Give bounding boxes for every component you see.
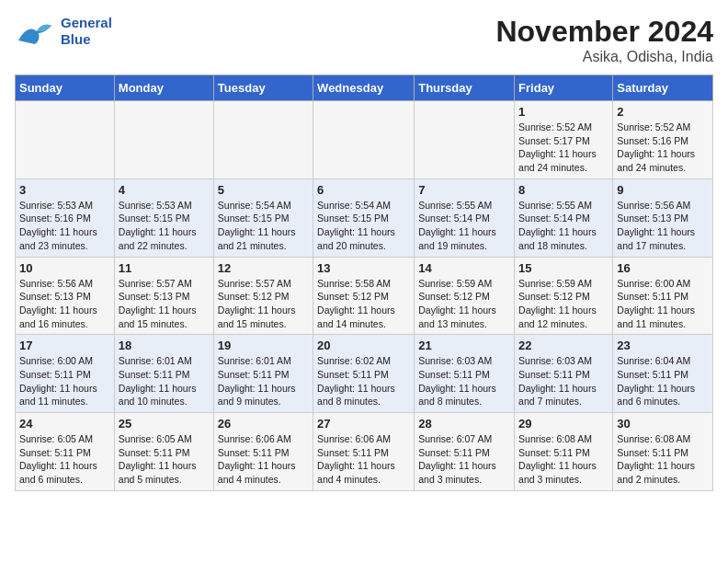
- day-info: Sunrise: 6:00 AM Sunset: 5:11 PM Dayligh…: [19, 354, 110, 408]
- day-number: 4: [119, 183, 210, 197]
- day-info: Sunrise: 5:57 AM Sunset: 5:12 PM Dayligh…: [218, 277, 309, 331]
- day-info: Sunrise: 5:53 AM Sunset: 5:15 PM Dayligh…: [119, 199, 210, 253]
- calendar-cell: [213, 101, 313, 179]
- calendar-cell: 17Sunrise: 6:00 AM Sunset: 5:11 PM Dayli…: [16, 335, 115, 413]
- logo: GeneralBlue: [15, 15, 112, 52]
- day-info: Sunrise: 5:52 AM Sunset: 5:16 PM Dayligh…: [617, 121, 709, 175]
- calendar-cell: 14Sunrise: 5:59 AM Sunset: 5:12 PM Dayli…: [415, 257, 515, 335]
- calendar-week-4: 17Sunrise: 6:00 AM Sunset: 5:11 PM Dayli…: [16, 335, 713, 413]
- calendar-cell: 4Sunrise: 5:53 AM Sunset: 5:15 PM Daylig…: [114, 178, 213, 257]
- calendar-cell: 1Sunrise: 5:52 AM Sunset: 5:17 PM Daylig…: [515, 101, 613, 179]
- calendar-week-3: 10Sunrise: 5:56 AM Sunset: 5:13 PM Dayli…: [16, 257, 713, 335]
- calendar-cell: 25Sunrise: 6:05 AM Sunset: 5:11 PM Dayli…: [114, 413, 213, 491]
- logo-svg: [15, 15, 55, 52]
- day-number: 1: [518, 105, 609, 119]
- day-info: Sunrise: 5:59 AM Sunset: 5:12 PM Dayligh…: [418, 277, 510, 331]
- day-number: 6: [317, 183, 410, 197]
- calendar-cell: 27Sunrise: 6:06 AM Sunset: 5:11 PM Dayli…: [313, 413, 415, 491]
- day-number: 14: [418, 261, 510, 275]
- day-info: Sunrise: 6:05 AM Sunset: 5:11 PM Dayligh…: [119, 432, 210, 487]
- day-info: Sunrise: 5:57 AM Sunset: 5:13 PM Dayligh…: [119, 277, 210, 331]
- day-info: Sunrise: 5:56 AM Sunset: 5:13 PM Dayligh…: [19, 277, 110, 331]
- calendar-cell: 6Sunrise: 5:54 AM Sunset: 5:15 PM Daylig…: [313, 178, 415, 257]
- day-number: 20: [317, 339, 410, 352]
- day-info: Sunrise: 6:04 AM Sunset: 5:11 PM Dayligh…: [617, 354, 709, 408]
- calendar-cell: 18Sunrise: 6:01 AM Sunset: 5:11 PM Dayli…: [114, 335, 213, 413]
- header-cell-saturday: Saturday: [613, 75, 713, 101]
- day-number: 15: [518, 261, 609, 275]
- day-info: Sunrise: 5:58 AM Sunset: 5:12 PM Dayligh…: [317, 277, 410, 331]
- calendar-cell: 8Sunrise: 5:55 AM Sunset: 5:14 PM Daylig…: [515, 178, 613, 257]
- day-info: Sunrise: 5:59 AM Sunset: 5:12 PM Dayligh…: [518, 277, 609, 331]
- header-cell-sunday: Sunday: [16, 75, 115, 101]
- day-number: 30: [617, 417, 709, 431]
- day-number: 23: [617, 339, 709, 352]
- header-cell-monday: Monday: [114, 75, 213, 101]
- header-cell-tuesday: Tuesday: [213, 75, 313, 101]
- day-info: Sunrise: 6:06 AM Sunset: 5:11 PM Dayligh…: [317, 432, 410, 487]
- calendar-cell: [114, 101, 213, 179]
- day-info: Sunrise: 6:02 AM Sunset: 5:11 PM Dayligh…: [317, 354, 410, 408]
- day-number: 29: [518, 417, 609, 431]
- calendar-cell: [313, 101, 415, 179]
- calendar-cell: 29Sunrise: 6:08 AM Sunset: 5:11 PM Dayli…: [515, 413, 613, 491]
- calendar-header: SundayMondayTuesdayWednesdayThursdayFrid…: [16, 75, 713, 101]
- day-number: 19: [218, 339, 309, 352]
- title-area: November 2024 Asika, Odisha, India: [495, 15, 713, 65]
- calendar-cell: 16Sunrise: 6:00 AM Sunset: 5:11 PM Dayli…: [613, 257, 713, 335]
- day-number: 17: [19, 339, 110, 352]
- day-number: 16: [617, 261, 709, 275]
- day-info: Sunrise: 6:07 AM Sunset: 5:11 PM Dayligh…: [418, 432, 510, 487]
- day-number: 3: [19, 183, 110, 197]
- calendar-cell: 11Sunrise: 5:57 AM Sunset: 5:13 PM Dayli…: [114, 257, 213, 335]
- day-number: 10: [19, 261, 110, 275]
- day-info: Sunrise: 6:08 AM Sunset: 5:11 PM Dayligh…: [518, 432, 609, 487]
- calendar-cell: 9Sunrise: 5:56 AM Sunset: 5:13 PM Daylig…: [613, 178, 713, 257]
- day-info: Sunrise: 5:54 AM Sunset: 5:15 PM Dayligh…: [218, 199, 309, 253]
- calendar-cell: 5Sunrise: 5:54 AM Sunset: 5:15 PM Daylig…: [213, 178, 313, 257]
- location-title: Asika, Odisha, India: [495, 49, 713, 65]
- day-info: Sunrise: 6:03 AM Sunset: 5:11 PM Dayligh…: [518, 354, 609, 408]
- header-cell-wednesday: Wednesday: [313, 75, 415, 101]
- calendar-week-2: 3Sunrise: 5:53 AM Sunset: 5:16 PM Daylig…: [16, 178, 713, 257]
- day-number: 21: [418, 339, 510, 352]
- calendar-cell: 26Sunrise: 6:06 AM Sunset: 5:11 PM Dayli…: [213, 413, 313, 491]
- day-info: Sunrise: 5:55 AM Sunset: 5:14 PM Dayligh…: [518, 199, 609, 253]
- calendar-cell: 12Sunrise: 5:57 AM Sunset: 5:12 PM Dayli…: [213, 257, 313, 335]
- calendar-cell: 2Sunrise: 5:52 AM Sunset: 5:16 PM Daylig…: [613, 101, 713, 179]
- calendar-cell: 7Sunrise: 5:55 AM Sunset: 5:14 PM Daylig…: [415, 178, 515, 257]
- calendar-cell: 30Sunrise: 6:08 AM Sunset: 5:11 PM Dayli…: [613, 413, 713, 491]
- day-info: Sunrise: 6:01 AM Sunset: 5:11 PM Dayligh…: [218, 354, 309, 408]
- day-number: 9: [617, 183, 709, 197]
- calendar-cell: 21Sunrise: 6:03 AM Sunset: 5:11 PM Dayli…: [415, 335, 515, 413]
- day-number: 12: [218, 261, 309, 275]
- day-info: Sunrise: 5:56 AM Sunset: 5:13 PM Dayligh…: [617, 199, 709, 253]
- logo-general-text: General: [61, 15, 112, 31]
- calendar-cell: 23Sunrise: 6:04 AM Sunset: 5:11 PM Dayli…: [613, 335, 713, 413]
- day-info: Sunrise: 5:55 AM Sunset: 5:14 PM Dayligh…: [418, 199, 510, 253]
- day-info: Sunrise: 6:01 AM Sunset: 5:11 PM Dayligh…: [119, 354, 210, 408]
- month-title: November 2024: [495, 15, 713, 49]
- day-number: 28: [418, 417, 510, 431]
- calendar-cell: 28Sunrise: 6:07 AM Sunset: 5:11 PM Dayli…: [415, 413, 515, 491]
- calendar-table: SundayMondayTuesdayWednesdayThursdayFrid…: [15, 75, 713, 491]
- calendar-cell: 3Sunrise: 5:53 AM Sunset: 5:16 PM Daylig…: [16, 178, 115, 257]
- calendar-cell: [415, 101, 515, 179]
- header-cell-friday: Friday: [515, 75, 613, 101]
- day-info: Sunrise: 6:00 AM Sunset: 5:11 PM Dayligh…: [617, 277, 709, 331]
- calendar-cell: 20Sunrise: 6:02 AM Sunset: 5:11 PM Dayli…: [313, 335, 415, 413]
- day-info: Sunrise: 5:53 AM Sunset: 5:16 PM Dayligh…: [19, 199, 110, 253]
- calendar-cell: 10Sunrise: 5:56 AM Sunset: 5:13 PM Dayli…: [16, 257, 115, 335]
- calendar-cell: [16, 101, 115, 179]
- day-info: Sunrise: 5:54 AM Sunset: 5:15 PM Dayligh…: [317, 199, 410, 253]
- day-number: 25: [119, 417, 210, 431]
- day-info: Sunrise: 6:06 AM Sunset: 5:11 PM Dayligh…: [218, 432, 309, 487]
- calendar-cell: 24Sunrise: 6:05 AM Sunset: 5:11 PM Dayli…: [16, 413, 115, 491]
- calendar-cell: 22Sunrise: 6:03 AM Sunset: 5:11 PM Dayli…: [515, 335, 613, 413]
- calendar-cell: 13Sunrise: 5:58 AM Sunset: 5:12 PM Dayli…: [313, 257, 415, 335]
- logo-blue-text: Blue: [61, 31, 112, 48]
- header-cell-thursday: Thursday: [415, 75, 515, 101]
- day-number: 5: [218, 183, 309, 197]
- day-number: 7: [418, 183, 510, 197]
- day-number: 27: [317, 417, 410, 431]
